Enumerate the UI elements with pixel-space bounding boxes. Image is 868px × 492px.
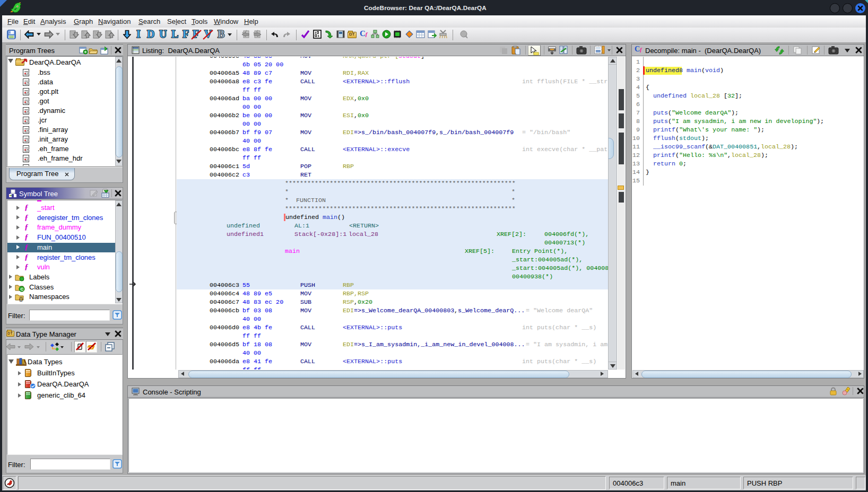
svg-text:B: B <box>218 29 224 40</box>
svg-text:L: L <box>171 29 178 40</box>
svg-text:F: F <box>183 29 189 40</box>
svg-text:{}: {} <box>19 296 23 302</box>
svg-text:I: I <box>136 29 141 40</box>
svg-text:C: C <box>21 287 24 292</box>
svg-text:D: D <box>147 29 154 40</box>
svg-text:U: U <box>159 29 167 40</box>
